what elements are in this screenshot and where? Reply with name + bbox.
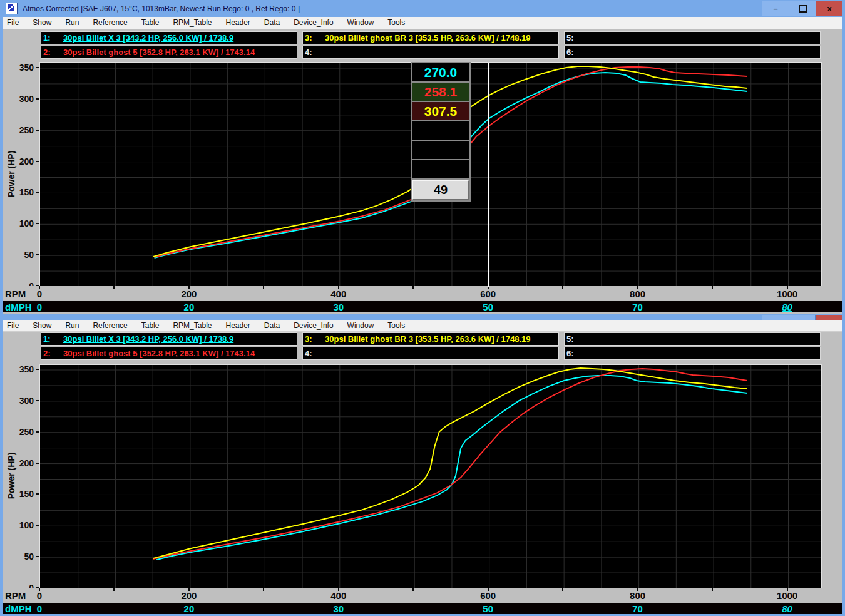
- rpm-axis-row: RPM02004006008001000: [0, 286, 845, 301]
- x-axis-tick-label: 1000: [766, 590, 809, 601]
- x-axis-tick-mark: [113, 286, 115, 289]
- legend-run-label: 30psi Billet ghost BR 3 [353.5 HP, 263.6…: [325, 33, 531, 43]
- cursor-value-run-2: 258.1: [412, 83, 469, 101]
- chart-panel-top: 1:30psi Billet X 3 [343.2 HP, 256.0 KW] …: [0, 29, 845, 314]
- legend-slot-number: 5:: [566, 334, 586, 344]
- x-axis-tick-mark: [712, 588, 713, 591]
- legend-slot-6[interactable]: 6:: [564, 347, 821, 360]
- minimize-button[interactable]: –: [762, 1, 789, 16]
- x-axis-tick-mark: [412, 286, 414, 289]
- x-axis-tick-label: 400: [317, 590, 361, 601]
- menu-item-header[interactable]: Header: [218, 17, 257, 29]
- y-axis-tick-label: 100: [1, 218, 34, 228]
- app-icon: [6, 3, 18, 14]
- menu-item-window[interactable]: Window: [341, 17, 381, 29]
- y-axis-tick-label: 300: [1, 94, 34, 104]
- x-axis-tick-mark: [562, 588, 563, 591]
- plot-area[interactable]: [39, 364, 822, 590]
- legend-slot-1[interactable]: 1:30psi Billet X 3 [343.2 HP, 256.0 KW] …: [41, 332, 297, 346]
- cursor-readout-box: 270.0258.1307.549: [411, 62, 471, 202]
- x-axis-tick-label: 800: [616, 590, 660, 601]
- menu-item-tools[interactable]: Tools: [381, 17, 412, 29]
- legend-slot-4[interactable]: 4:: [302, 46, 559, 59]
- menu-item-run[interactable]: Run: [58, 17, 86, 29]
- window-border-right: [842, 0, 845, 616]
- menu-item-show[interactable]: Show: [26, 17, 58, 29]
- legend-slot-3[interactable]: 3:30psi Billet ghost BR 3 [353.5 HP, 263…: [302, 332, 559, 346]
- legend-slot-number: 6:: [566, 349, 586, 358]
- cursor-value-run-1: 270.0: [412, 63, 469, 81]
- window-border-left: [0, 0, 3, 616]
- close-icon: x: [827, 4, 831, 13]
- x-axis-tick-label: 0: [18, 289, 61, 299]
- legend-slot-6[interactable]: 6:: [564, 46, 821, 59]
- dmph-axis-row: dMPH02030507080: [3, 603, 842, 614]
- cursor-value-run-5: [412, 141, 469, 159]
- cursor-value-run-6: [412, 160, 469, 178]
- legend-slot-number: 4:: [305, 349, 325, 358]
- legend-slot-number: 3:: [305, 33, 325, 43]
- x-axis-tick-label: 1000: [766, 289, 809, 299]
- x-axis-tick-label: 200: [167, 289, 211, 299]
- x-axis-tick-label: 800: [616, 289, 660, 299]
- y-axis-tick-label: 350: [1, 63, 34, 73]
- legend-slot-5[interactable]: 5:: [564, 332, 821, 346]
- legend-slot-3[interactable]: 3:30psi Billet ghost BR 3 [353.5 HP, 263…: [302, 31, 559, 44]
- x-axis-tick-label: 200: [167, 590, 211, 601]
- cursor-value-run-4: [412, 121, 469, 140]
- menu-item-table[interactable]: Table: [135, 17, 166, 29]
- legend-slot-number: 2:: [43, 349, 63, 358]
- legend-slot-number: 4:: [305, 48, 325, 57]
- window-title: Atmos Corrected [SAE J607, 15°C, 1013mBa…: [23, 4, 300, 13]
- title-bar[interactable]: Atmos Corrected [SAE J607, 15°C, 1013mBa…: [0, 0, 845, 17]
- cursor-value-run-3: 307.5: [412, 102, 469, 120]
- menu-item-reference[interactable]: Reference: [86, 17, 134, 29]
- rpm-axis-row: RPM02004006008001000: [0, 588, 845, 603]
- dmph-tick-label: 70: [616, 603, 660, 614]
- dmph-tick-label: 20: [167, 302, 211, 312]
- legend-run-label: 30psi Billet X 3 [343.2 HP, 256.0 KW] / …: [63, 334, 233, 344]
- legend-run-label: 30psi Billet ghost 5 [352.8 HP, 263.1 KW…: [63, 48, 255, 57]
- x-axis-tick-label: 600: [466, 289, 510, 299]
- dmph-tick-label: 0: [18, 302, 61, 312]
- y-axis-tick-label: 250: [1, 125, 34, 135]
- power-curve-30psi-billet-ghost-br-3: [153, 368, 747, 558]
- menu-item-device_info[interactable]: Device_Info: [287, 17, 340, 29]
- legend-slot-2[interactable]: 2:30psi Billet ghost 5 [352.8 HP, 263.1 …: [41, 46, 297, 59]
- x-axis-tick-mark: [263, 286, 264, 289]
- x-axis-tick-label: 0: [18, 590, 61, 601]
- legend-slot-4[interactable]: 4:: [302, 347, 559, 360]
- menu-item-file[interactable]: File: [0, 17, 26, 29]
- menu-item-rpm_table[interactable]: RPM_Table: [166, 17, 218, 29]
- legend-slot-number: 5:: [566, 33, 586, 43]
- dmph-tick-label: 80: [766, 603, 809, 614]
- legend-run-label: 30psi Billet ghost 5 [352.8 HP, 263.1 KW…: [63, 349, 255, 358]
- x-axis-tick-label: 400: [317, 289, 361, 299]
- dmph-tick-label: 20: [167, 603, 211, 614]
- x-axis-tick-label: 600: [466, 590, 510, 601]
- maximize-icon: [799, 5, 807, 13]
- legend-slot-number: 6:: [566, 48, 586, 57]
- close-button[interactable]: x: [816, 1, 842, 16]
- x-axis-tick-mark: [263, 588, 264, 591]
- x-axis-tick-mark: [712, 286, 713, 289]
- y-axis-tick-label: 100: [1, 520, 34, 530]
- cursor-speed-value: 49: [412, 180, 469, 200]
- legend-slot-1[interactable]: 1:30psi Billet X 3 [343.2 HP, 256.0 KW] …: [41, 31, 297, 44]
- legend-slot-5[interactable]: 5:: [564, 31, 821, 44]
- y-axis-tick-label: 250: [1, 427, 34, 437]
- y-axis-tick-label: 350: [1, 364, 34, 374]
- dmph-tick-label: 0: [18, 603, 61, 614]
- menu-bar-top: FileShowRunReferenceTableRPM_TableHeader…: [0, 17, 845, 29]
- legend-slot-number: 3:: [305, 334, 325, 344]
- dmph-tick-label: 30: [317, 603, 361, 614]
- y-axis-tick-label: 300: [1, 396, 34, 406]
- y-axis-title: Power (HP): [6, 451, 16, 501]
- menu-item-data[interactable]: Data: [257, 17, 287, 29]
- legend-run-label: 30psi Billet X 3 [343.2 HP, 256.0 KW] / …: [63, 33, 233, 43]
- x-axis-tick-mark: [562, 286, 563, 289]
- legend-slot-2[interactable]: 2:30psi Billet ghost 5 [352.8 HP, 263.1 …: [41, 347, 297, 360]
- cursor-line[interactable]: [488, 63, 489, 287]
- maximize-button[interactable]: [789, 1, 816, 16]
- legend-slot-number: 2:: [43, 48, 63, 57]
